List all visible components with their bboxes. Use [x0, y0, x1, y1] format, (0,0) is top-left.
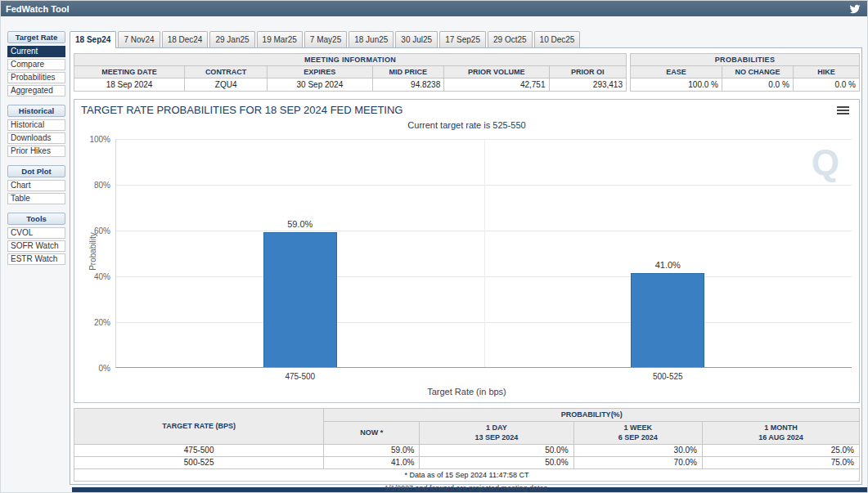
col-hike: HIKE	[793, 66, 859, 78]
sidebar-item-compare[interactable]: Compare	[7, 59, 65, 70]
y-tick-60: 60%	[79, 226, 110, 235]
gridline	[484, 139, 485, 367]
tab-19-mar25[interactable]: 19 Mar25	[257, 31, 303, 47]
sidebar-item-aggregated[interactable]: Aggregated	[7, 85, 65, 96]
y-tick-100: 100%	[79, 135, 110, 144]
bar-value-label: 59.0%	[264, 219, 336, 229]
month-cell: 25.0%	[702, 444, 859, 456]
tab-10-dec25[interactable]: 10 Dec25	[534, 31, 581, 47]
probabilities-summary-table: PROBABILITIES EASE NO CHANGE HIKE 100.0 …	[630, 53, 860, 92]
sidebar-header-dot-plot: Dot Plot	[7, 165, 65, 177]
probabilities-title: PROBABILITIES	[631, 54, 860, 66]
value-hike: 0.0 %	[793, 78, 859, 92]
projected-dates-note: 1/1/2027 and forward are projected meeti…	[70, 484, 862, 492]
value-prior-volume: 42,751	[444, 78, 549, 92]
value-mid-price: 94.8238	[372, 78, 444, 92]
col-1-week: 1 WEEK6 SEP 2024	[573, 422, 702, 445]
sidebar-section-historical: Historical Historical Downloads Prior Hi…	[7, 105, 65, 157]
y-tick-0: 0%	[79, 364, 110, 373]
top-bar: FedWatch Tool	[1, 1, 867, 16]
col-now: NOW *	[324, 422, 420, 445]
main-panel: MEETING INFORMATION MEETING DATE CONTRAC…	[70, 47, 862, 485]
sidebar-item-prior-hikes[interactable]: Prior Hikes	[7, 146, 65, 157]
col-1-day: 1 DAY13 SEP 2024	[420, 422, 573, 445]
sidebar-item-current[interactable]: Current	[7, 46, 65, 57]
now-cell: 41.0%	[324, 456, 420, 468]
sidebar-item-historical[interactable]: Historical	[7, 119, 65, 131]
x-axis-label: Target Rate (in bps)	[74, 387, 859, 397]
plot-area: 59.0% 41.0% 475-500 500-525	[115, 139, 852, 368]
col-contract: CONTRACT	[185, 66, 268, 78]
bar-500-525[interactable]: 41.0%	[631, 273, 704, 367]
week-cell: 70.0%	[573, 456, 702, 468]
sidebar-item-downloads[interactable]: Downloads	[7, 132, 65, 144]
tab-18-dec24[interactable]: 18 Dec24	[162, 31, 209, 47]
chart-title: TARGET RATE PROBABILITIES FOR 18 SEP 202…	[81, 104, 403, 116]
tab-18-jun25[interactable]: 18 Jun25	[349, 31, 394, 47]
col-prior-oi: PRIOR OI	[549, 66, 627, 78]
sidebar-section-dot-plot: Dot Plot Chart Table	[7, 165, 65, 204]
sidebar: Target Rate Current Compare Probabilitie…	[7, 31, 65, 273]
app-title: FedWatch Tool	[6, 4, 70, 14]
col-target-rate-bps: TARGET RATE (BPS)	[74, 409, 324, 445]
col-ease: EASE	[631, 66, 722, 78]
col-no-change: NO CHANGE	[722, 66, 794, 78]
sidebar-header-historical: Historical	[7, 105, 65, 117]
sidebar-item-table[interactable]: Table	[7, 193, 65, 204]
data-as-of-note: * Data as of 15 Sep 2024 11:47:58 CT	[74, 468, 860, 481]
meeting-information-table: MEETING INFORMATION MEETING DATE CONTRAC…	[74, 53, 627, 92]
sidebar-item-estr-watch[interactable]: ESTR Watch	[7, 253, 65, 265]
twitter-icon[interactable]	[849, 3, 861, 15]
x-category-475-500: 475-500	[251, 372, 349, 381]
tab-29-oct25[interactable]: 29 Oct25	[488, 31, 533, 47]
day-cell: 50.0%	[420, 456, 573, 468]
month-cell: 75.0%	[702, 456, 859, 468]
meeting-info-title: MEETING INFORMATION	[74, 54, 627, 66]
tab-7-nov24[interactable]: 7 Nov24	[118, 31, 160, 47]
sidebar-item-sofr-watch[interactable]: SOFR Watch	[7, 240, 65, 252]
value-expires: 30 Sep 2024	[268, 78, 372, 92]
y-tick-20: 20%	[79, 318, 110, 327]
chart-menu-icon[interactable]	[837, 106, 849, 116]
sidebar-item-cvol[interactable]: CVOL	[7, 227, 65, 239]
tab-18-sep24[interactable]: 18 Sep24	[70, 31, 116, 48]
table-row: 500-525 41.0% 50.0% 70.0% 75.0%	[74, 456, 860, 468]
fedwatch-page: FedWatch Tool Target Rate Current Compar…	[0, 0, 868, 493]
sidebar-item-probabilities[interactable]: Probabilities	[7, 72, 65, 83]
col-probability-group: PROBABILITY(%)	[324, 409, 860, 422]
probability-history-table: TARGET RATE (BPS) PROBABILITY(%) NOW * 1…	[74, 408, 860, 482]
value-prior-oi: 293,413	[549, 78, 627, 92]
col-expires: EXPIRES	[268, 66, 372, 78]
value-no-change: 0.0 %	[722, 78, 794, 92]
rate-cell: 500-525	[74, 456, 324, 468]
tab-17-sep25[interactable]: 17 Sep25	[439, 31, 486, 47]
now-cell: 59.0%	[324, 444, 420, 456]
x-category-500-525: 500-525	[618, 372, 717, 381]
tab-30-jul25[interactable]: 30 Jul25	[395, 31, 438, 47]
y-tick-80: 80%	[79, 181, 110, 190]
chart-subtitle: Current target rate is 525-550	[74, 120, 859, 130]
y-tick-40: 40%	[79, 272, 110, 281]
week-cell: 30.0%	[573, 444, 702, 456]
col-mid-price: MID PRICE	[372, 66, 444, 78]
sidebar-header-tools: Tools	[7, 213, 65, 225]
meeting-date-tabs: 18 Sep24 7 Nov24 18 Dec24 29 Jan25 19 Ma…	[70, 31, 582, 47]
target-rate-chart: TARGET RATE PROBABILITIES FOR 18 SEP 202…	[74, 99, 860, 403]
bar-value-label: 41.0%	[632, 260, 704, 270]
tab-29-jan25[interactable]: 29 Jan25	[209, 31, 254, 47]
sidebar-item-chart[interactable]: Chart	[7, 180, 65, 191]
rate-cell: 475-500	[74, 444, 324, 456]
value-contract: ZQU4	[185, 78, 268, 92]
sidebar-section-tools: Tools CVOL SOFR Watch ESTR Watch	[7, 213, 65, 265]
value-meeting-date: 18 Sep 2024	[74, 78, 185, 92]
value-ease: 100.0 %	[631, 78, 722, 92]
tab-7-may25[interactable]: 7 May25	[304, 31, 347, 47]
col-prior-volume: PRIOR VOLUME	[444, 66, 549, 78]
day-cell: 50.0%	[420, 444, 573, 456]
sidebar-header-target-rate: Target Rate	[7, 31, 65, 43]
col-1-month: 1 MONTH16 AUG 2024	[702, 422, 859, 445]
bar-475-500[interactable]: 59.0%	[263, 232, 337, 367]
table-row: 475-500 59.0% 50.0% 30.0% 25.0%	[74, 444, 860, 456]
sidebar-section-target-rate: Target Rate Current Compare Probabilitie…	[7, 31, 65, 96]
col-meeting-date: MEETING DATE	[74, 66, 185, 78]
